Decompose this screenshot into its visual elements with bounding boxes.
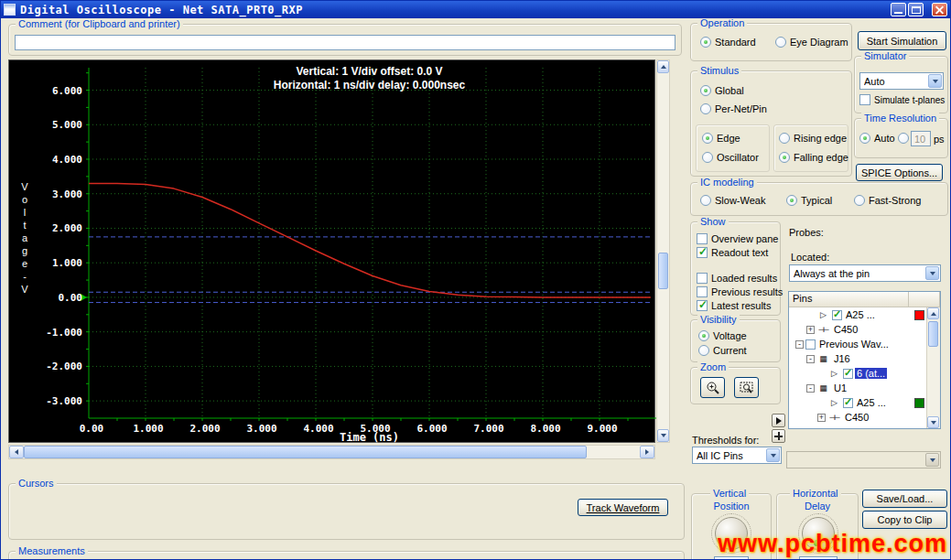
zoom-in-button[interactable]: [700, 377, 725, 398]
pin-label[interactable]: C450: [843, 412, 870, 423]
radio-rising-edge[interactable]: Rising edge: [779, 133, 847, 144]
radio-global[interactable]: Global: [700, 85, 744, 96]
radio-icon[interactable]: [700, 195, 711, 206]
checkbox-overview-pane[interactable]: Overview pane: [697, 233, 778, 244]
probe-location-select[interactable]: Always at the pin: [789, 264, 941, 282]
simulate-tplanes-checkbox[interactable]: Simulate t-planes: [859, 94, 945, 105]
pin-label[interactable]: A25 ...: [844, 309, 877, 320]
radio-icon[interactable]: [698, 330, 709, 341]
start-simulation-button[interactable]: Start Simulation: [858, 31, 946, 50]
comment-input[interactable]: [15, 35, 675, 50]
checkbox-readout-text[interactable]: Readout text: [697, 247, 768, 258]
zoom-area-button[interactable]: [734, 377, 759, 398]
radio-voltage[interactable]: Voltage: [698, 330, 747, 341]
tree-expander-icon[interactable]: -: [806, 384, 815, 393]
checkbox-latest-results[interactable]: Latest results: [697, 300, 771, 311]
radio-icon[interactable]: [898, 133, 909, 144]
oscilloscope-display[interactable]: 6.0005.0004.0003.0002.0001.0000.00-1.000…: [8, 59, 655, 443]
scroll-up-button[interactable]: [927, 307, 939, 319]
expand-panel-button[interactable]: [772, 414, 785, 427]
add-probe-button[interactable]: [772, 429, 785, 443]
radio-icon[interactable]: [779, 152, 790, 163]
radio-eye-diagram[interactable]: Eye Diagram: [775, 37, 848, 48]
radio-icon[interactable]: [786, 195, 797, 206]
radio-icon[interactable]: [854, 195, 865, 206]
radio-icon[interactable]: [700, 85, 711, 96]
pins-tree-scrollbar[interactable]: [926, 307, 940, 428]
pins-tree-row[interactable]: ▷A25 ...: [789, 395, 926, 410]
scroll-left-button[interactable]: [9, 446, 24, 458]
radio-icon[interactable]: [775, 37, 786, 48]
pins-tree-row[interactable]: +⊣⊢C450: [789, 410, 926, 425]
scope-horizontal-scrollbar[interactable]: [8, 445, 655, 459]
tree-expander-icon[interactable]: +: [806, 326, 815, 334]
scroll-right-button[interactable]: [640, 446, 654, 458]
radio-per-net-pin[interactable]: Per-Net/Pin: [700, 103, 767, 114]
radio-slow-weak[interactable]: Slow-Weak: [700, 195, 765, 206]
pin-visible-checkbox[interactable]: [843, 398, 853, 408]
checkbox-icon[interactable]: [697, 247, 708, 258]
dropdown-button[interactable]: [928, 74, 942, 88]
pin-visible-checkbox[interactable]: [843, 369, 853, 379]
pins-tree-row[interactable]: +⊣⊢C450: [789, 322, 926, 337]
color-column-header[interactable]: [909, 292, 940, 307]
radio-icon[interactable]: [702, 133, 713, 144]
radio-icon[interactable]: [779, 133, 790, 144]
simulator-select[interactable]: Auto: [859, 72, 944, 90]
checkbox-icon[interactable]: [697, 233, 708, 244]
tree-expander-icon[interactable]: -: [806, 355, 815, 363]
pin-visible-checkbox[interactable]: [832, 310, 842, 320]
pin-label[interactable]: J16: [832, 353, 852, 364]
checkbox-previous-results[interactable]: Previous results: [697, 286, 783, 297]
pin-label[interactable]: 6 (at...: [855, 368, 887, 379]
radio-edge[interactable]: Edge: [702, 133, 740, 144]
dropdown-button[interactable]: [766, 448, 780, 462]
scroll-down-button[interactable]: [657, 429, 669, 442]
time-resolution-input[interactable]: [911, 131, 931, 146]
radio-typical[interactable]: Typical: [786, 195, 832, 206]
radio-icon[interactable]: [698, 345, 709, 356]
radio-icon[interactable]: [700, 37, 711, 48]
radio-falling-edge[interactable]: Falling edge: [779, 152, 848, 163]
pin-label[interactable]: C450: [832, 324, 859, 335]
minimize-button[interactable]: [891, 3, 906, 16]
horizontal-scroll-thumb[interactable]: [24, 446, 587, 458]
scroll-track[interactable]: [587, 446, 640, 458]
radio-time-auto[interactable]: Auto: [859, 133, 895, 144]
checkbox-loaded-results[interactable]: Loaded results: [697, 273, 777, 284]
vertical-scroll-thumb[interactable]: [658, 253, 668, 289]
pin-label[interactable]: A25 ...: [855, 397, 888, 408]
thresholds-select[interactable]: All IC Pins: [692, 447, 782, 464]
radio-time-manual[interactable]: [898, 133, 909, 144]
pins-tree-row[interactable]: ▷A25 ...: [789, 307, 926, 322]
threshold-pin-select-disabled[interactable]: [786, 451, 941, 468]
pins-column-header[interactable]: Pins: [789, 292, 909, 307]
pins-tree-row[interactable]: ▷6 (at...: [789, 366, 926, 381]
tree-expander-icon[interactable]: +: [817, 414, 826, 422]
pins-tree-header[interactable]: Pins: [789, 292, 940, 307]
scope-vertical-scrollbar[interactable]: [656, 59, 670, 443]
checkbox-icon[interactable]: [697, 286, 708, 297]
pin-visible-checkbox[interactable]: [805, 339, 816, 350]
scroll-down-button[interactable]: [927, 416, 939, 428]
radio-current[interactable]: Current: [698, 345, 747, 356]
scroll-up-button[interactable]: [657, 60, 669, 73]
copy-to-clip-button[interactable]: Copy to Clip: [862, 511, 947, 529]
dropdown-button[interactable]: [925, 266, 939, 280]
tree-scroll-thumb[interactable]: [928, 321, 938, 347]
maximize-button[interactable]: [908, 3, 924, 16]
radio-icon[interactable]: [702, 152, 713, 163]
radio-oscillator[interactable]: Oscillator: [702, 152, 759, 163]
radio-standard[interactable]: Standard: [700, 37, 756, 48]
pin-label[interactable]: Previous Wav...: [817, 339, 891, 350]
spice-options-button[interactable]: SPICE Options...: [856, 164, 943, 181]
tree-expander-icon[interactable]: -: [795, 340, 804, 349]
radio-fast-strong[interactable]: Fast-Strong: [854, 195, 921, 206]
checkbox-icon[interactable]: [697, 300, 708, 311]
track-waveform-button[interactable]: Track Waveform: [578, 499, 668, 516]
pins-tree-row[interactable]: -Previous Wav...: [789, 337, 926, 351]
save-load-button[interactable]: Save/Load...: [862, 490, 947, 508]
pin-label[interactable]: U1: [832, 382, 848, 393]
checkbox-icon[interactable]: [697, 273, 708, 284]
pins-tree-row[interactable]: -▦U1: [789, 381, 926, 395]
